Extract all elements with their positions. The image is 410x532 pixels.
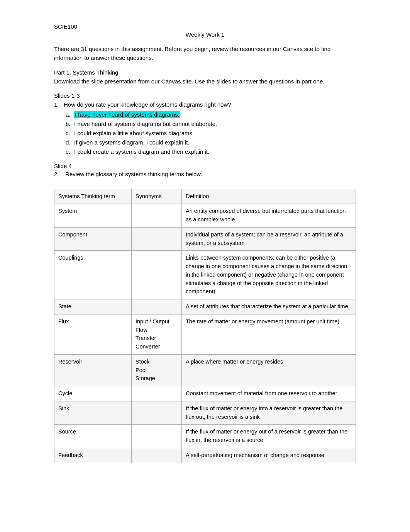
- part1-header: Part 1. Systems Thinking: [54, 69, 356, 76]
- options-list: a. I have never heard of systems diagram…: [66, 110, 356, 156]
- table-cell-term: System: [54, 204, 132, 228]
- table-cell-term: Cycle: [54, 386, 132, 401]
- option-b-label: b.: [66, 119, 72, 129]
- page-title: Weekly Work 1: [54, 31, 356, 38]
- part1-description: Download the slide presentation from our…: [54, 77, 356, 86]
- slides-label: Slides 1-3: [54, 92, 356, 99]
- table-cell-term: Sink: [54, 401, 132, 425]
- table-cell-synonyms: [132, 204, 182, 228]
- table-cell-synonyms: [132, 401, 182, 425]
- table-cell-definition: Constant movement of material from one r…: [182, 386, 356, 401]
- question-2-text: Review the glossary of systems thinking …: [65, 171, 202, 177]
- table-cell-synonyms: [132, 227, 182, 251]
- table-cell-term: Feedback: [54, 448, 132, 463]
- question-1-number: 1.: [54, 101, 59, 108]
- question-1-text: How do you rate your knowledge of system…: [64, 101, 231, 108]
- table-row: FeedbackA self-perpetuating mechanism of…: [54, 448, 356, 463]
- option-d-text: If given a systems diagram, I could expl…: [74, 138, 189, 147]
- table-cell-synonyms: [132, 386, 182, 401]
- table-cell-synonyms: Input / OutputFlowTransferConverter: [132, 314, 182, 354]
- table-row: SinkIf the flux of matter or energy into…: [54, 401, 356, 425]
- option-a-highlighted: I have never heard of systems diagrams.: [74, 111, 180, 118]
- table-row: FluxInput / OutputFlowTransferConverterT…: [54, 314, 356, 354]
- table-row: SourceIf the flux of matter or energy ou…: [54, 425, 356, 448]
- table-cell-term: Source: [54, 425, 132, 448]
- table-cell-term: Couplings: [54, 251, 132, 299]
- table-cell-synonyms: [132, 251, 182, 299]
- table-cell-term: Component: [54, 227, 132, 251]
- course-code: SCIE100: [54, 23, 356, 30]
- table-cell-term: Reservoir: [54, 354, 132, 386]
- option-b-text: I have heard of systems diagrams but can…: [74, 119, 217, 129]
- table-cell-synonyms: [132, 299, 182, 314]
- table-cell-synonyms: [132, 448, 182, 463]
- col-header-definition: Definition: [182, 189, 356, 204]
- option-c-text: I could explain a little about systems d…: [74, 129, 194, 138]
- list-item: c. I could explain a little about system…: [66, 129, 356, 138]
- table-row: CouplingsLinks between system components…: [54, 251, 356, 299]
- list-item: d. If given a systems diagram, I could e…: [66, 138, 356, 147]
- list-item: b. I have heard of systems diagrams but …: [66, 119, 356, 129]
- intro-text: There are 31 questions in this assignmen…: [54, 45, 356, 62]
- table-row: SystemAn entity composed of diverse but …: [54, 204, 356, 228]
- slide4-label: Slide 4: [54, 163, 356, 169]
- col-header-term: Systems Thinking term: [54, 189, 132, 204]
- table-cell-definition: A place where matter or energy resides: [182, 354, 356, 386]
- table-cell-term: Flux: [54, 314, 132, 354]
- table-cell-definition: The rate of matter or energy movement (a…: [182, 314, 356, 354]
- question-2-number: 2.: [54, 171, 59, 177]
- table-cell-definition: If the flux of matter or energy into a r…: [182, 401, 356, 425]
- table-row: ComponentIndividual parts of a system; c…: [54, 227, 356, 251]
- table-cell-term: State: [54, 299, 132, 314]
- table-row: CycleConstant movement of material from …: [54, 386, 356, 401]
- table-header-row: Systems Thinking term Synonyms Definitio…: [54, 189, 356, 204]
- table-cell-definition: Links between system components; can be …: [182, 251, 356, 299]
- option-a-text: I have never heard of systems diagrams.: [74, 110, 180, 119]
- option-c-label: c.: [66, 129, 72, 138]
- option-e-text: I could create a systems diagram and the…: [74, 147, 209, 156]
- table-cell-synonyms: [132, 425, 182, 448]
- list-item: e. I could create a systems diagram and …: [66, 147, 356, 156]
- table-cell-synonyms: StockPoolStorage: [132, 354, 182, 386]
- table-cell-definition: If the flux of matter or energy out of a…: [182, 425, 356, 448]
- table-cell-definition: A set of attributes that characterize th…: [182, 299, 356, 314]
- question-2: 2. Review the glossary of systems thinki…: [54, 171, 356, 177]
- table-cell-definition: A self-perpetuating mechanism of change …: [182, 448, 356, 463]
- option-a-label: a.: [66, 110, 72, 119]
- question-1: 1. How do you rate your knowledge of sys…: [54, 101, 356, 108]
- option-d-label: d.: [66, 138, 72, 147]
- table-cell-definition: An entity composed of diverse but interr…: [182, 204, 356, 228]
- col-header-synonyms: Synonyms: [132, 189, 182, 204]
- list-item: a. I have never heard of systems diagram…: [66, 110, 356, 119]
- table-row: StateA set of attributes that characteri…: [54, 299, 356, 314]
- table-row: ReservoirStockPoolStorageA place where m…: [54, 354, 356, 386]
- option-e-label: e.: [66, 147, 72, 156]
- glossary-table: Systems Thinking term Synonyms Definitio…: [54, 189, 356, 463]
- table-cell-definition: Individual parts of a system; can be a r…: [182, 227, 356, 251]
